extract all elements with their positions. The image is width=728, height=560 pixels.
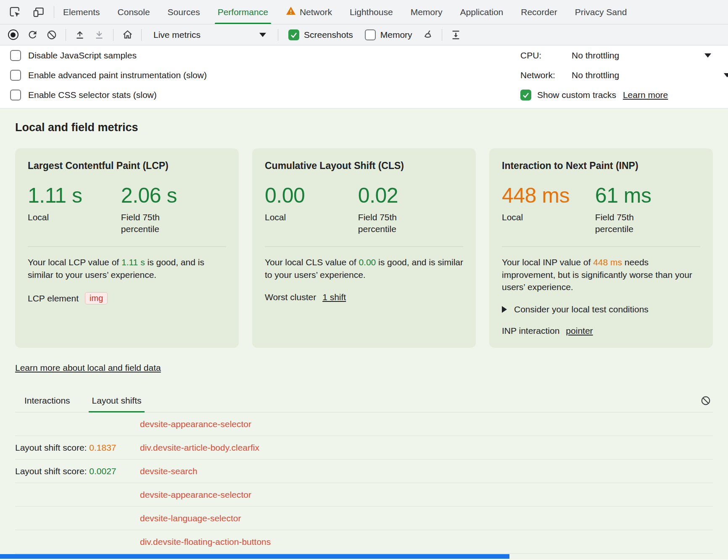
live-metrics-log: Interactions Layout shifts devsite-appea… [15, 392, 713, 554]
tab-console[interactable]: Console [109, 0, 159, 24]
inp-inline-value: 448 ms [593, 257, 622, 267]
advanced-paint-checkbox[interactable] [10, 70, 21, 81]
network-throttling-select[interactable]: No throttling [572, 70, 619, 80]
tab-label: Privacy Sand [575, 7, 627, 17]
load-profile-button[interactable] [71, 26, 89, 43]
learn-more-local-field-link[interactable]: Learn more about local and field data [15, 363, 161, 372]
css-selector-stats-checkbox[interactable] [10, 90, 21, 100]
lcp-element-label: LCP element [28, 293, 79, 304]
local-test-conditions-disclosure[interactable]: Consider your local test conditions [502, 304, 700, 314]
home-icon [122, 29, 133, 40]
reload-icon [27, 29, 38, 40]
screenshots-toggle[interactable]: Screenshots [283, 29, 358, 40]
tab-memory[interactable]: Memory [402, 0, 451, 24]
collapse-icon [450, 29, 462, 40]
worst-cluster-label: Worst cluster [265, 292, 316, 302]
cls-field-value: 0.02 [358, 183, 451, 208]
layout-shift-row: Layout shift score: 0.0027 devsite-searc… [15, 460, 713, 483]
clear-button[interactable] [43, 26, 61, 43]
record-button[interactable] [4, 26, 22, 43]
cpu-throttling-select[interactable]: No throttling [572, 50, 619, 61]
lcp-element-node-link[interactable]: img [85, 292, 108, 304]
layout-shift-row: Layout shift score: 0.1837 div.devsite-a… [15, 436, 713, 460]
record-and-reload-button[interactable] [24, 26, 41, 43]
chevron-down-icon[interactable] [724, 73, 728, 77]
shifted-node-link[interactable]: div.devsite-floating-action-buttons [140, 537, 271, 547]
tab-label: Memory [411, 7, 443, 17]
cls-local-value: 0.00 [265, 183, 358, 208]
lcp-local-value: 1.11 s [28, 183, 121, 208]
custom-tracks-label: Show custom tracks [537, 90, 616, 100]
collapse-widgets-button[interactable] [447, 26, 465, 43]
disable-js-samples-label: Disable JavaScript samples [28, 50, 137, 61]
record-icon [8, 29, 18, 40]
worst-cluster-shift-link[interactable]: 1 shift [322, 292, 346, 302]
lcp-description: Your local LCP value of 1.11 s is good, … [28, 256, 226, 281]
chevron-down-icon[interactable] [704, 53, 711, 58]
screenshots-checkbox[interactable] [288, 29, 299, 40]
toolbar-divider [442, 29, 442, 41]
inspect-element-icon[interactable] [8, 5, 23, 20]
home-button[interactable] [119, 26, 136, 43]
live-metrics-panel: Local and field metrics Largest Contentf… [0, 108, 728, 560]
tab-network[interactable]: Network [277, 0, 341, 24]
inp-interaction-label: INP interaction [502, 326, 559, 336]
inp-field-value: 61 ms [595, 183, 688, 208]
tab-elements[interactable]: Elements [54, 0, 109, 24]
layout-shift-row: devsite-language-selector [15, 507, 713, 530]
tab-recorder[interactable]: Recorder [512, 0, 566, 24]
lcp-card: Largest Contentful Paint (LCP) 1.11 s Lo… [15, 148, 239, 348]
cls-field-label: Field 75th percentile [358, 211, 417, 235]
shifted-node-link[interactable]: devsite-appearance-selector [140, 490, 251, 500]
custom-tracks-checkbox[interactable] [520, 90, 531, 100]
collect-garbage-button[interactable] [419, 26, 437, 43]
tab-application[interactable]: Application [451, 0, 512, 24]
metric-cards: Largest Contentful Paint (LCP) 1.11 s Lo… [15, 148, 713, 348]
tab-label: Application [460, 7, 504, 17]
disable-js-samples-checkbox[interactable] [10, 50, 21, 61]
check-icon [290, 31, 298, 39]
shifted-node-link[interactable]: devsite-appearance-selector [140, 419, 251, 429]
layout-shift-row: devsite-appearance-selector [15, 412, 713, 436]
css-selector-stats-label: Enable CSS selector stats (slow) [28, 90, 157, 100]
layout-shift-row: div.devsite-floating-action-buttons [15, 530, 713, 554]
download-icon [94, 29, 105, 40]
inp-local-label: Local [502, 211, 561, 223]
cls-local-label: Local [265, 211, 324, 223]
cpu-label: CPU: [520, 50, 572, 61]
card-divider [28, 246, 226, 247]
shifted-node-link[interactable]: devsite-search [140, 466, 198, 476]
tab-label: Lighthouse [350, 7, 393, 17]
toolbar-divider [113, 29, 113, 41]
lcp-field-label: Field 75th percentile [121, 211, 180, 235]
tabbar-left-icons [0, 0, 54, 24]
panel-mode-select[interactable]: Live metrics [147, 30, 273, 40]
device-toolbar-icon[interactable] [31, 5, 46, 20]
shifted-node-link[interactable]: devsite-language-selector [140, 513, 241, 523]
inp-interaction-pointer-link[interactable]: pointer [566, 326, 593, 336]
tab-privacy-sandbox[interactable]: Privacy Sand [566, 0, 636, 24]
check-icon [522, 91, 530, 99]
log-clear-button[interactable] [700, 395, 711, 408]
save-profile-button[interactable] [90, 26, 108, 43]
tab-sources[interactable]: Sources [159, 0, 209, 24]
card-divider [265, 246, 463, 247]
memory-checkbox[interactable] [365, 29, 376, 40]
tab-lighthouse[interactable]: Lighthouse [341, 0, 402, 24]
custom-tracks-learn-more-link[interactable]: Learn more [623, 90, 668, 100]
tab-performance[interactable]: Performance [209, 0, 277, 24]
network-throttling-row: Network: No throttling [520, 65, 728, 85]
toolbar-divider [66, 29, 66, 41]
horizontal-scrollbar-thumb[interactable] [0, 554, 509, 559]
tab-interactions[interactable]: Interactions [21, 396, 74, 412]
advanced-paint-label: Enable advanced paint instrumentation (s… [28, 70, 207, 80]
performance-toolbar: Live metrics Screenshots Memory [0, 24, 728, 45]
memory-toggle[interactable]: Memory [360, 29, 417, 40]
tab-layout-shifts[interactable]: Layout shifts [89, 396, 145, 412]
toolbar-divider [278, 29, 278, 41]
shifted-node-link[interactable]: div.devsite-article-body.clearfix [140, 443, 259, 453]
log-tabs: Interactions Layout shifts [15, 392, 713, 412]
inp-card-title: Interaction to Next Paint (INP) [502, 160, 700, 172]
garbage-collect-broom-icon [422, 29, 433, 40]
lcp-field-value: 2.06 s [121, 183, 214, 208]
